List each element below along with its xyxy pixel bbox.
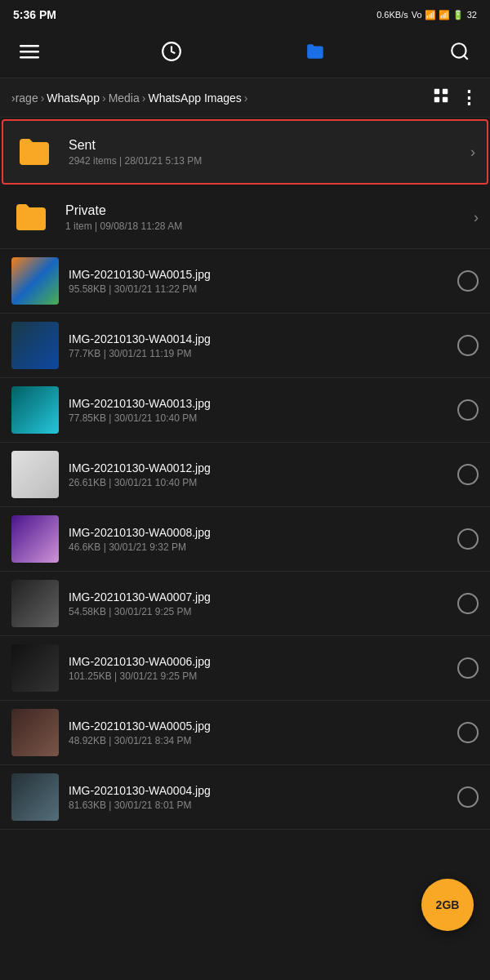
file-name-4: IMG-20210130-WA0008.jpg: [69, 526, 451, 539]
file-thumb-0: [11, 257, 59, 305]
file-name-8: IMG-20210130-WA0004.jpg: [69, 784, 451, 797]
breadcrumb-path[interactable]: ›rage › WhatsApp › Media › WhatsApp Imag…: [11, 91, 432, 105]
search-icon[interactable]: [449, 41, 470, 67]
file-item-0[interactable]: IMG-20210130-WA0015.jpg 95.58KB | 30/01/…: [0, 249, 490, 314]
file-item-5[interactable]: IMG-20210130-WA0007.jpg 54.58KB | 30/01/…: [0, 572, 490, 636]
file-meta-4: 46.6KB | 30/01/21 9:32 PM: [69, 541, 451, 553]
file-info-1: IMG-20210130-WA0014.jpg 77.7KB | 30/01/2…: [69, 332, 451, 359]
file-checkbox-4[interactable]: [457, 528, 479, 550]
file-meta-8: 81.63KB | 30/01/21 8:01 PM: [69, 800, 451, 811]
file-item-4[interactable]: IMG-20210130-WA0008.jpg 46.6KB | 30/01/2…: [0, 507, 490, 572]
more-options-icon[interactable]: ⋮: [460, 87, 479, 109]
folder-sent-info: Sent 2942 items | 28/01/21 5:13 PM: [69, 138, 470, 167]
breadcrumb-bar: ›rage › WhatsApp › Media › WhatsApp Imag…: [0, 78, 490, 118]
folder-sent[interactable]: Sent 2942 items | 28/01/21 5:13 PM ›: [2, 119, 488, 185]
file-thumb-2: [11, 386, 59, 434]
breadcrumb-actions: ⋮: [432, 87, 479, 109]
file-list: Sent 2942 items | 28/01/21 5:13 PM › Pri…: [0, 119, 490, 830]
file-name-2: IMG-20210130-WA0013.jpg: [69, 397, 451, 410]
svg-rect-1: [20, 51, 39, 53]
folder-sent-arrow: ›: [470, 144, 475, 161]
file-meta-0: 95.58KB | 30/01/21 11:22 PM: [69, 283, 451, 295]
file-name-6: IMG-20210130-WA0006.jpg: [69, 655, 451, 668]
file-checkbox-8[interactable]: [457, 786, 479, 808]
file-info-0: IMG-20210130-WA0015.jpg 95.58KB | 30/01/…: [69, 268, 451, 295]
breadcrumb-whatsapp[interactable]: WhatsApp: [47, 91, 100, 105]
file-info-3: IMG-20210130-WA0012.jpg 26.61KB | 30/01/…: [69, 461, 451, 488]
file-name-0: IMG-20210130-WA0015.jpg: [69, 268, 451, 281]
svg-rect-8: [434, 97, 439, 102]
fab-2gb-button[interactable]: 2GB: [421, 879, 474, 931]
svg-rect-0: [20, 45, 39, 47]
file-item-3[interactable]: IMG-20210130-WA0012.jpg 26.61KB | 30/01/…: [0, 443, 490, 507]
breadcrumb-media[interactable]: Media: [109, 91, 140, 105]
menu-icon[interactable]: [20, 42, 39, 66]
file-info-5: IMG-20210130-WA0007.jpg 54.58KB | 30/01/…: [69, 590, 451, 617]
file-checkbox-3[interactable]: [457, 464, 479, 485]
folder-private-name: Private: [65, 203, 474, 218]
status-speed: 0.6KB/s: [376, 10, 408, 20]
file-checkbox-5[interactable]: [457, 593, 479, 614]
svg-rect-9: [443, 97, 448, 102]
history-icon[interactable]: [161, 41, 182, 67]
file-meta-1: 77.7KB | 30/01/21 11:19 PM: [69, 348, 451, 359]
folder-private-meta: 1 item | 09/08/18 11:28 AM: [65, 220, 474, 232]
file-meta-6: 101.25KB | 30/01/21 9:25 PM: [69, 670, 451, 682]
file-thumb-8: [11, 773, 59, 821]
file-meta-3: 26.61KB | 30/01/21 10:40 PM: [69, 477, 451, 488]
status-bar: 5:36 PM 0.6KB/s Vo 📶 📶 🔋 32: [0, 0, 490, 29]
folder-sent-meta: 2942 items | 28/01/21 5:13 PM: [69, 155, 470, 167]
file-checkbox-7[interactable]: [457, 722, 479, 743]
file-name-7: IMG-20210130-WA0005.jpg: [69, 719, 451, 733]
status-time: 5:36 PM: [13, 8, 56, 21]
status-icons: 0.6KB/s Vo 📶 📶 🔋 32: [376, 10, 477, 20]
file-name-3: IMG-20210130-WA0012.jpg: [69, 461, 451, 474]
fab-label: 2GB: [436, 898, 460, 911]
file-info-7: IMG-20210130-WA0005.jpg 48.92KB | 30/01/…: [69, 719, 451, 746]
file-info-8: IMG-20210130-WA0004.jpg 81.63KB | 30/01/…: [69, 784, 451, 811]
breadcrumb-storage[interactable]: ›rage: [11, 91, 38, 105]
file-meta-2: 77.85KB | 30/01/21 10:40 PM: [69, 412, 451, 424]
svg-line-5: [464, 56, 468, 60]
file-thumb-5: [11, 580, 59, 627]
file-meta-5: 54.58KB | 30/01/21 9:25 PM: [69, 606, 451, 617]
file-item-8[interactable]: IMG-20210130-WA0004.jpg 81.63KB | 30/01/…: [0, 765, 490, 830]
folder-icon[interactable]: [305, 41, 327, 67]
file-name-5: IMG-20210130-WA0007.jpg: [69, 590, 451, 604]
file-checkbox-0[interactable]: [457, 270, 479, 292]
file-thumb-1: [11, 322, 59, 369]
file-meta-7: 48.92KB | 30/01/21 8:34 PM: [69, 735, 451, 746]
file-item-7[interactable]: IMG-20210130-WA0005.jpg 48.92KB | 30/01/…: [0, 701, 490, 765]
folder-private-info: Private 1 item | 09/08/18 11:28 AM: [65, 203, 474, 232]
file-thumb-4: [11, 515, 59, 563]
file-thumb-3: [11, 451, 59, 498]
folder-sent-icon: [15, 131, 57, 173]
folder-private[interactable]: Private 1 item | 09/08/18 11:28 AM ›: [0, 186, 490, 249]
file-checkbox-1[interactable]: [457, 335, 479, 356]
svg-rect-2: [20, 56, 39, 59]
file-info-2: IMG-20210130-WA0013.jpg 77.85KB | 30/01/…: [69, 397, 451, 424]
file-item-6[interactable]: IMG-20210130-WA0006.jpg 101.25KB | 30/01…: [0, 636, 490, 701]
top-nav: [0, 29, 490, 78]
file-info-4: IMG-20210130-WA0008.jpg 46.6KB | 30/01/2…: [69, 526, 451, 553]
file-checkbox-2[interactable]: [457, 399, 479, 421]
breadcrumb-whatsapp-images[interactable]: WhatsApp Images: [148, 91, 241, 105]
status-battery: 32: [467, 10, 477, 20]
svg-point-4: [452, 43, 466, 57]
folder-private-arrow: ›: [474, 209, 479, 226]
file-name-1: IMG-20210130-WA0014.jpg: [69, 332, 451, 345]
file-thumb-7: [11, 709, 59, 756]
file-thumb-6: [11, 644, 59, 692]
status-network: Vo 📶 📶 🔋: [412, 10, 464, 20]
grid-view-icon[interactable]: [432, 87, 450, 109]
svg-rect-6: [434, 89, 439, 94]
file-checkbox-6[interactable]: [457, 657, 479, 679]
file-item-1[interactable]: IMG-20210130-WA0014.jpg 77.7KB | 30/01/2…: [0, 314, 490, 378]
svg-rect-7: [443, 89, 448, 94]
folder-sent-name: Sent: [69, 138, 470, 153]
file-item-2[interactable]: IMG-20210130-WA0013.jpg 77.85KB | 30/01/…: [0, 378, 490, 443]
file-info-6: IMG-20210130-WA0006.jpg 101.25KB | 30/01…: [69, 655, 451, 682]
folder-private-icon: [11, 196, 54, 238]
